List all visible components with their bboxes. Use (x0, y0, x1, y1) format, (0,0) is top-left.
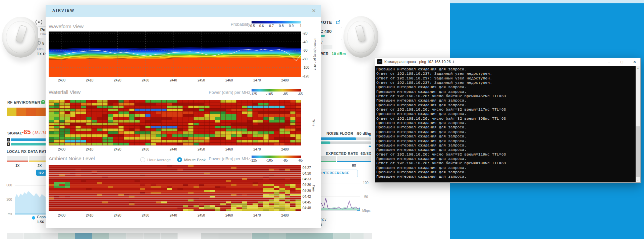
cmd-output-line: Превышен интервал ожидания для запроса. (376, 85, 636, 89)
throughput-chart (317, 181, 360, 212)
maximize-button[interactable]: □ (616, 58, 628, 66)
cmd-scrollbar[interactable]: ▲ ▼ (636, 66, 640, 182)
frequency-strip-cell (252, 233, 269, 239)
cmd-titlebar[interactable]: C:\ Командная строка - ping 192.168.10.2… (375, 58, 640, 66)
rf-colorbar-cell (36, 108, 46, 116)
frequency-strip-cell (144, 233, 161, 239)
x-tick-label: 2410 (86, 147, 93, 151)
latency-ytick-600: 600 (3, 183, 12, 187)
cmd-output-line: Превышен интервал ожидания для запроса. (376, 103, 636, 107)
cmd-output-line: Ответ от 192.168.10.237: Заданный узел н… (376, 80, 636, 85)
antenna-feed (15, 25, 27, 43)
close-button[interactable]: ✕ (629, 58, 640, 66)
cmd-window: C:\ Командная строка - ping 192.168.10.2… (375, 58, 641, 183)
help-icon[interactable]: ? (41, 100, 45, 104)
throughput-ytick-100: 100 (363, 181, 369, 185)
rate-tab-1x[interactable]: 1X (7, 164, 28, 168)
x-tick-label: 2450 (198, 214, 205, 217)
local-antenna-image (2, 17, 40, 58)
cmd-output-line: Превышен интервал ожидания для запроса. (376, 125, 636, 129)
radio-minute-peak-label: Minute Peak (184, 158, 206, 162)
airview-modal: AIRVIEW ✕ Waveform View Probability 0.50… (46, 5, 321, 228)
frequency-strip-cell (364, 233, 372, 239)
frequency-strip-cell (75, 233, 92, 239)
waveform-yaxis-label: Power (dBm) per MHz (313, 32, 317, 77)
frequency-strip-cell (218, 233, 252, 239)
location-text: 5 (42, 41, 45, 45)
y-tick-label: -80 (303, 57, 307, 61)
radio-minute-peak[interactable]: Minute Peak (177, 157, 206, 162)
x-tick-label: 2400 (58, 214, 65, 217)
frequency-strip-cell (41, 233, 58, 239)
legend-tick-label: -65 (298, 92, 303, 96)
chain1-signal-bar (11, 143, 46, 145)
ambient-legend-ticks: -125-105-85-65 (252, 159, 301, 163)
x-tick-label: 2430 (142, 147, 149, 151)
external-link-icon[interactable] (336, 20, 340, 24)
x-tick-label: 2460 (225, 214, 233, 217)
radio-hour-average-label: Hour Average (147, 158, 171, 162)
screen: Po Pow 5 E0:6 TX P RF ENVIRONMENT ? SIGN… (0, 0, 644, 239)
time-tick-label: 04:45 (303, 200, 311, 204)
cmd-output-line: Ответ от 192.168.10.26: число байт=32 вр… (376, 152, 636, 157)
rf-colorbar-cell (7, 108, 16, 116)
x-tick-label: 2450 (198, 78, 205, 82)
cmd-output-line: Превышен интервал ожидания для запроса. (376, 121, 636, 125)
remote-rate-segment-b[interactable] (337, 156, 371, 162)
cmd-icon: C:\ (377, 59, 382, 64)
cmd-output-line: Ответ от 192.168.10.26: число байт=32 вр… (376, 161, 636, 165)
x-tick-label: 2410 (86, 78, 93, 82)
x-tick-label: 2420 (114, 147, 121, 151)
location-pin-icon (38, 41, 41, 45)
scrollbar-thumb[interactable] (636, 126, 640, 177)
legend-tick-label: -65 (298, 159, 303, 162)
wireless-icon (35, 19, 43, 25)
local-rx-data-rate-label: LOCAL RX DATA RATE (7, 150, 49, 154)
cmd-output-line: Превышен интервал ожидания для запроса. (376, 89, 636, 94)
chain0-signal-bar (11, 138, 46, 141)
remote-chain0-track (319, 137, 371, 140)
time-tick-label: 04:27 (303, 166, 311, 170)
tx-power-label-partial: TX P (37, 52, 46, 56)
chain1-label: 1 (7, 142, 10, 146)
minimize-button[interactable]: – (603, 58, 615, 66)
rate-segment-1x[interactable] (7, 156, 28, 162)
cmd-output-line: Превышен интервал ожидания для запроса. (376, 98, 636, 103)
ambient-xticks: 240024102420243024402450246024702480 (49, 214, 301, 218)
latency-chart (15, 183, 46, 216)
legend-tick-label: -85 (283, 159, 287, 162)
legend-tick-label: -125 (250, 159, 257, 162)
frequency-strip-cell (351, 233, 364, 239)
frequency-strip-cell (24, 233, 41, 239)
rf-colorbar-cell (26, 108, 36, 116)
signal-label: SIGNAL (7, 131, 22, 135)
cmd-output-line: Ответ от 192.168.10.26: число байт=32 вр… (376, 94, 636, 98)
latency-unit-ms: ms (3, 212, 12, 216)
cmd-output-line: Превышен интервал ожидания для запроса. (376, 170, 636, 174)
remote-power-value: 10 dBm (332, 52, 346, 56)
frequency-strip-cell (92, 233, 109, 239)
signal-range: (-66 / -74) (33, 131, 47, 135)
legend-partial-top: ncy (321, 217, 326, 221)
cmd-window-title: Командная строка - ping 192.168.10.26 -t (384, 60, 454, 64)
cmd-output-line: Ответ от 192.168.10.237: Заданный узел н… (376, 76, 636, 80)
marker-down-icon (368, 135, 372, 137)
scroll-up-icon[interactable]: ▲ (636, 66, 640, 70)
remote-antenna-image (343, 16, 378, 58)
close-icon[interactable]: ✕ (312, 8, 316, 14)
modal-header[interactable]: AIRVIEW ✕ (46, 5, 321, 17)
x-tick-label: 2420 (114, 214, 121, 217)
marker-up-icon (368, 145, 372, 147)
time-tick-label: 04:36 (303, 183, 311, 187)
x-tick-label: 2410 (86, 214, 93, 217)
expected-rate-row: EXPECTED RATE 6X/8X (319, 150, 371, 156)
cmd-console-output[interactable]: Превышен интервал ожидания для запроса.О… (375, 66, 636, 182)
radio-hour-average[interactable]: Hour Average (140, 157, 171, 162)
frequency-strip-cell (286, 233, 303, 239)
capacity-legend-name: Capa (37, 215, 46, 219)
x-tick-label: 2480 (281, 147, 288, 151)
legend-tick-label: 0.5 (250, 24, 255, 28)
capacity-legend-value: 1.56 (37, 220, 44, 224)
waveform-xticks: 240024102420243024402450246024702480 (49, 78, 301, 83)
scroll-down-icon[interactable]: ▼ (636, 178, 640, 182)
